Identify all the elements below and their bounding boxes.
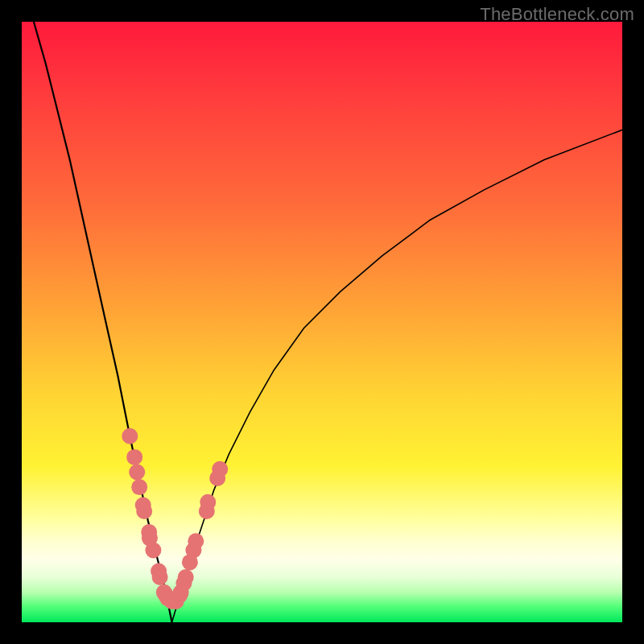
scatter-points <box>122 428 228 609</box>
data-point <box>200 494 216 510</box>
data-point <box>188 533 204 549</box>
data-point <box>145 543 161 559</box>
data-point <box>122 428 138 444</box>
data-point <box>131 479 147 495</box>
watermark-text: TheBottleneck.com <box>480 4 634 25</box>
curve-right-branch <box>172 130 623 622</box>
chart-svg <box>22 22 622 622</box>
data-point <box>178 569 194 585</box>
data-point <box>152 569 168 585</box>
data-point <box>126 449 142 465</box>
data-point <box>136 503 152 519</box>
data-point <box>129 464 145 481</box>
plot-area <box>22 22 622 622</box>
data-point <box>212 461 228 477</box>
chart-frame: TheBottleneck.com <box>0 0 644 644</box>
